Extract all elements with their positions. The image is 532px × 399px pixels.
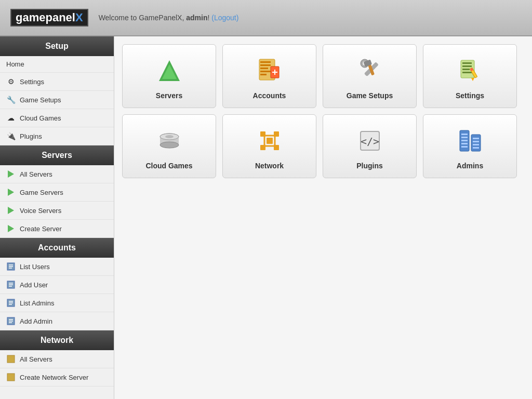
settings-tile-label: Settings [456, 91, 484, 100]
sidebar-servers-header: Servers [0, 145, 114, 165]
tile-accounts[interactable]: Accounts [222, 44, 316, 108]
tile-gamesetups[interactable]: Game Setups [323, 44, 417, 108]
tile-settings[interactable]: Settings [423, 44, 517, 108]
svg-rect-66 [473, 138, 479, 139]
svg-rect-63 [461, 140, 468, 141]
plugins-icon: 🔌 [6, 131, 16, 141]
gamesetups-icon: 🔧 [6, 95, 16, 104]
sidebar-create-network-server-label: Create Network Server [20, 374, 88, 381]
svg-rect-35 [462, 62, 472, 64]
main-layout: Setup Home ⚙ Settings 🔧 Game Setups ☁ Cl… [0, 36, 532, 399]
svg-rect-65 [461, 146, 468, 148]
cloudgames-tile-icon [154, 125, 185, 156]
sidebar-plugins-label: Plugins [20, 132, 42, 140]
svg-rect-64 [461, 143, 468, 144]
plugins-tile-label: Plugins [356, 162, 383, 170]
tile-network[interactable]: Network [222, 114, 316, 178]
sidebar-item-cloudgames[interactable]: ☁ Cloud Games [0, 109, 114, 127]
welcome-prefix: Welcome to GamePanelX, [99, 14, 184, 22]
settings-icon: ⚙ [6, 77, 16, 86]
svg-rect-37 [462, 69, 470, 70]
sidebar-item-list-users[interactable]: List Users [0, 258, 114, 276]
sidebar-item-all-servers[interactable]: All Servers [0, 165, 114, 183]
sidebar-game-servers-label: Game Servers [20, 189, 63, 196]
sidebar-list-users-label: List Users [20, 263, 50, 271]
sidebar-all-servers-label: All Servers [20, 170, 52, 178]
add-admin-icon [6, 316, 16, 326]
sidebar-item-settings[interactable]: ⚙ Settings [0, 73, 114, 91]
add-user-icon [6, 280, 16, 289]
svg-rect-24 [260, 71, 271, 72]
create-server-play-icon [6, 224, 16, 233]
network-tile-label: Network [255, 162, 284, 170]
header: gamepanelX Welcome to GamePanelX, admin!… [0, 0, 532, 36]
sidebar-accounts-header: Accounts [0, 238, 114, 258]
sidebar-item-plugins[interactable]: 🔌 Plugins [0, 127, 114, 145]
cloudgames-tile-label: Cloud Games [145, 162, 192, 170]
sidebar-item-network-all-servers[interactable]: All Servers [0, 350, 114, 368]
create-network-server-icon [6, 373, 16, 382]
svg-rect-60 [471, 135, 481, 151]
settings-tile-icon [455, 55, 486, 86]
sidebar-item-game-servers[interactable]: Game Servers [0, 183, 114, 202]
content-area: Servers Accou [114, 36, 532, 399]
svg-rect-67 [473, 141, 479, 142]
svg-rect-62 [461, 137, 468, 138]
accounts-tile-label: Accounts [253, 91, 286, 100]
svg-rect-16 [7, 355, 15, 363]
gamesetups-tile-icon [354, 55, 385, 86]
svg-marker-40 [471, 78, 474, 81]
servers-tile-icon [154, 55, 185, 86]
sidebar-voice-servers-label: Voice Servers [20, 207, 61, 215]
sidebar-network-all-servers-label: All Servers [20, 355, 52, 363]
list-users-icon [6, 262, 16, 271]
svg-rect-52 [267, 138, 273, 144]
svg-rect-17 [7, 374, 15, 381]
tile-servers[interactable]: Servers [122, 44, 216, 108]
welcome-message: Welcome to GamePanelX, admin! (Logout) [99, 13, 239, 22]
sidebar-item-gamesetups[interactable]: 🔧 Game Setups [0, 91, 114, 109]
gamesetups-tile-label: Game Setups [347, 91, 393, 100]
sidebar-setup-header: Setup [0, 36, 114, 56]
admins-tile-label: Admins [457, 162, 483, 170]
tile-plugins[interactable]: </> Plugins [323, 114, 417, 178]
sidebar-create-server-label: Create Server [20, 225, 62, 233]
svg-rect-38 [462, 72, 472, 73]
welcome-text: Welcome to GamePanelX, admin! (Logout) [99, 14, 239, 22]
tile-cloudgames[interactable]: Cloud Games [122, 114, 216, 178]
sidebar-add-admin-label: Add Admin [20, 317, 52, 325]
admins-tile-icon [455, 125, 486, 156]
svg-rect-61 [461, 134, 468, 135]
sidebar-settings-label: Settings [20, 78, 44, 86]
svg-point-46 [165, 135, 174, 138]
dashboard-grid: Servers Accou [122, 44, 517, 178]
svg-point-44 [160, 142, 179, 148]
all-servers-play-icon [6, 169, 16, 179]
logo: gamepanelX [10, 9, 88, 26]
username-label: admin [186, 14, 207, 22]
network-all-servers-icon [6, 354, 16, 364]
svg-text:</>: </> [360, 135, 379, 148]
sidebar-item-create-server[interactable]: Create Server [0, 220, 114, 238]
game-servers-play-icon [6, 188, 16, 197]
cloudgames-icon: ☁ [6, 113, 16, 123]
voice-servers-play-icon [6, 206, 16, 215]
sidebar-item-add-admin[interactable]: Add Admin [0, 312, 114, 330]
sidebar-add-user-label: Add User [20, 281, 48, 289]
sidebar-item-create-network-server[interactable]: Create Network Server [0, 368, 114, 387]
sidebar-item-list-admins[interactable]: List Admins [0, 294, 114, 312]
svg-rect-68 [473, 144, 479, 145]
sidebar-item-voice-servers[interactable]: Voice Servers [0, 202, 114, 220]
sidebar-item-home[interactable]: Home [0, 56, 114, 73]
tile-admins[interactable]: Admins [423, 114, 517, 178]
sidebar-item-add-user[interactable]: Add User [0, 276, 114, 294]
network-tile-icon [254, 125, 285, 156]
sidebar: Setup Home ⚙ Settings 🔧 Game Setups ☁ Cl… [0, 36, 114, 399]
svg-rect-25 [260, 74, 267, 75]
svg-rect-21 [260, 61, 271, 63]
sidebar-gamesetups-label: Game Setups [20, 96, 61, 104]
logout-link[interactable]: (Logout) [211, 14, 238, 22]
sidebar-network-header: Network [0, 330, 114, 350]
svg-rect-69 [473, 147, 479, 149]
svg-rect-22 [260, 64, 271, 66]
